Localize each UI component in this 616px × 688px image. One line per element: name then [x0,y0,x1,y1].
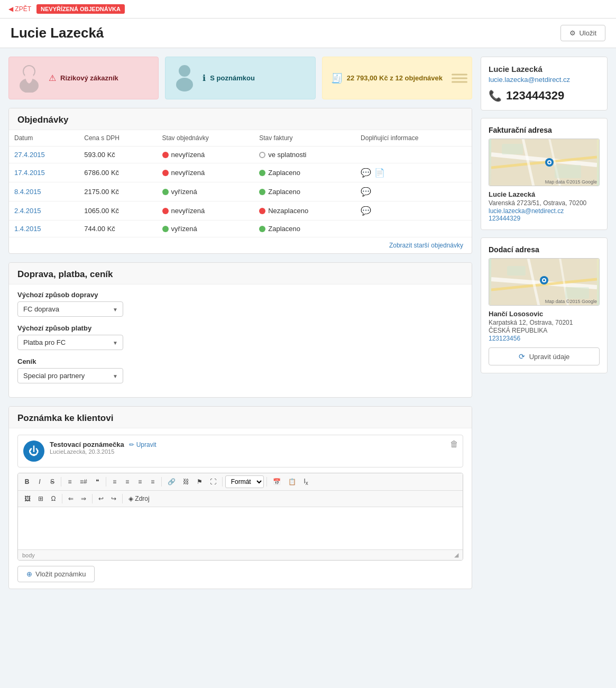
back-link[interactable]: ◀ ZPĚT [8,5,31,13]
page-title: Lucie Lazecká [11,25,104,41]
delivery-label: Výchozí způsob dopravy [17,291,463,299]
toolbar-source-button[interactable]: ◈ Zdroj [125,493,153,504]
alert-lines-decoration [452,74,467,82]
note-icon: 💬 [361,206,371,216]
order-date-link[interactable]: 17.4.2015 [14,169,45,177]
save-button[interactable]: ⚙ Uložit [560,25,605,41]
order-date-link[interactable]: 8.4.2015 [14,188,41,196]
toolbar-redo-button[interactable]: ↪ [108,493,119,504]
toolbar-sep3 [161,477,162,487]
pricing-select-wrap: Special pro partnery ▼ [17,368,123,383]
customer-email[interactable]: lucie.lazecka@netdirect.cz [489,76,600,84]
toolbar-omega-button[interactable]: Ω [48,493,59,504]
order-extras-cell: 💬 [355,182,472,201]
note-meta: LucieLazecká, 20.3.2015 [50,448,457,455]
note-item: ⏻ Testovací poznámečka ✏ Upravit LucieLa… [17,435,463,467]
svg-rect-21 [565,287,589,299]
shipping-section: Doprava, platba, ceník Výchozí způsob do… [8,262,472,398]
customer-avatar-icon [17,63,41,93]
shipping-phone-link[interactable]: 123123456 [489,335,600,342]
show-older-link[interactable]: Zobrazit starší objednávky [9,237,472,253]
toolbar-unlink-button[interactable]: ⛓ [180,476,192,488]
alert-warning-icon: 🧾 [331,72,343,84]
order-extras-cell [355,146,472,163]
toolbar-bold-button[interactable]: B [21,476,33,488]
toolbar-sep7 [92,494,93,503]
payment-label: Výchozí způsob platby [17,324,463,332]
order-date-link[interactable]: 1.4.2015 [14,225,41,233]
toolbar-align-center-button[interactable]: ≡ [122,476,133,488]
toolbar-expand-button[interactable]: ⛶ [207,476,219,488]
invoice-status-text: ve splatnosti [268,151,306,159]
toolbar-quote-button[interactable]: ❝ [91,476,103,488]
alert-risk: ⚠ Rizikový zákazník [8,57,159,99]
note-icon: 💬 [361,187,371,197]
editor-body[interactable] [18,507,463,549]
toolbar-undo-button[interactable]: ↩ [95,493,107,504]
order-date-link[interactable]: 27.4.2015 [14,151,45,159]
alert-note: ℹ S poznámkou [165,57,315,99]
toolbar-format-select[interactable]: Formát [225,475,264,488]
toolbar-cal1-button[interactable]: 📅 [270,476,284,488]
billing-address1: Varenská 2723/51, Ostrava, 70200 [489,199,600,207]
toolbar-table-button[interactable]: ⊞ [35,493,47,504]
order-date-link[interactable]: 2.4.2015 [14,207,41,215]
toolbar-sep2 [106,477,106,487]
invoice-status-text: Zaplaceno [268,188,300,196]
toolbar-sep5 [266,477,267,487]
toolbar-clear-format-button[interactable]: Ix [300,475,312,488]
insert-note-button[interactable]: ⊕ Vložit poznámku [17,566,95,582]
insert-icon: ⊕ [26,570,32,578]
toolbar-justify-button[interactable]: ≡ [147,476,159,488]
shipping-title: Dodací adresa [489,245,600,254]
note-icon: 💬 [361,168,371,178]
toolbar-align-left-button[interactable]: ≡ [109,476,121,488]
table-row: 17.4.20156786.00 KčnevyřízenáZaplaceno💬📄 [9,163,472,182]
toolbar-cal2-button[interactable]: 📋 [285,476,299,488]
payment-select-wrap: Platba pro FC ▼ [17,335,123,350]
manage-data-button[interactable]: ⟳ Upravit údaje [489,347,600,365]
col-price: Cena s DPH [79,130,157,146]
toolbar-strikethrough-button[interactable]: S [47,476,58,488]
billing-email-link[interactable]: lucie.lazecka@netdirect.cz [489,207,600,215]
toolbar-flag-button[interactable]: ⚑ [194,476,206,488]
editor-toolbar-row1: B I S ≡ ≡# ❝ ≡ ≡ ≡ ≡ 🔗 ⛓ [18,473,463,491]
shipping-address-card: Dodací adresa M [481,237,608,373]
order-price: 1065.00 Kč [79,201,157,221]
billing-phone-link[interactable]: 123444329 [489,215,600,222]
notes-body: ⏻ Testovací poznámečka ✏ Upravit LucieLa… [9,428,472,589]
billing-address-card: Fakturační adresa [481,118,608,230]
order-status-badge: NEVYŘÍZENÁ OBJEDNÁVKA [36,4,125,14]
toolbar-ol-button[interactable]: ≡# [77,476,90,488]
pricing-select[interactable]: Special pro partnery [17,368,123,383]
editor-status-text: body [22,552,35,558]
alert-note-text: S poznámkou [210,74,255,82]
note-avatar: ⏻ [23,441,44,462]
toolbar-indent-inc-button[interactable]: ⇒ [78,493,89,504]
invoice-status-text: Zaplaceno [268,225,300,233]
note-avatar-icon: ⏻ [29,445,39,457]
note-title: Testovací poznámečka [50,441,124,448]
note-edit-link[interactable]: ✏ Upravit [129,441,156,448]
billing-title: Fakturační adresa [489,126,600,134]
editor-toolbar-row2: 🖼 ⊞ Ω ⇐ ⇒ ↩ ↪ ◈ Zdroj [18,491,463,507]
delivery-select[interactable]: FC doprava [17,301,123,317]
customer-phone: 123444329 [506,89,564,103]
toolbar-italic-button[interactable]: I [34,476,45,488]
svg-rect-10 [502,144,523,154]
table-row: 2.4.20151065.00 KčnevyřízenáNezaplaceno💬 [9,201,472,221]
shipping-map: Map data ©2015 Google [489,258,600,306]
manage-icon: ⟳ [519,352,525,361]
toolbar-align-right-button[interactable]: ≡ [134,476,146,488]
svg-point-4 [176,78,193,91]
toolbar-ul-button[interactable]: ≡ [64,476,76,488]
invoice-status-cell: Zaplaceno [254,163,355,182]
toolbar-sep4 [222,477,223,487]
payment-select[interactable]: Platba pro FC [17,335,123,350]
toolbar-image-button[interactable]: 🖼 [21,493,34,504]
note-delete-button[interactable]: 🗑 [450,439,458,449]
notes-title: Poznámka ke klientovi [9,407,472,428]
col-extras: Doplňující informace [355,130,472,146]
toolbar-indent-dec-button[interactable]: ⇐ [65,493,77,504]
toolbar-link-button[interactable]: 🔗 [164,476,179,488]
